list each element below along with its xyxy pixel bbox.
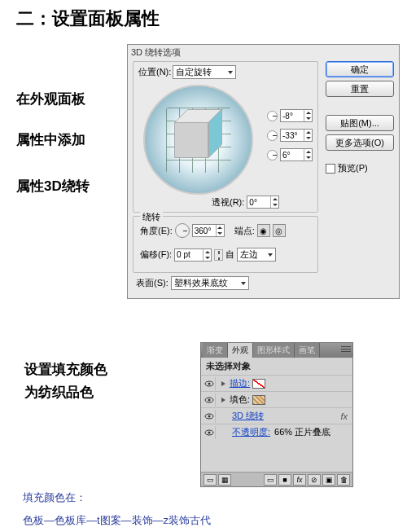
add-fill-icon[interactable]: ■: [278, 474, 291, 486]
surface-select[interactable]: 塑料效果底纹: [171, 276, 249, 290]
x-rotation-icon: [267, 111, 278, 121]
svg-point-3: [208, 398, 210, 401]
3d-revolve-label[interactable]: 3D 绕转: [232, 410, 264, 422]
revolve-group: 绕转 角度(E): 端点: ◉ ◎ 偏移(F):: [133, 216, 318, 273]
visibility-icon[interactable]: [203, 394, 216, 407]
position-label: 位置(N):: [138, 66, 171, 78]
surface-label: 表面(S):: [136, 277, 168, 289]
visibility-icon[interactable]: [203, 426, 216, 439]
x-rotation-input[interactable]: [280, 109, 313, 122]
panel-tabs: 渐变 外观 图形样式 画笔: [201, 343, 352, 358]
tab-gradient[interactable]: 渐变: [203, 343, 228, 358]
dialog-button-column: 确定 重置 贴图(M)... 更多选项(O) 预览(P): [326, 61, 394, 174]
cap-on-button[interactable]: ◉: [257, 224, 270, 237]
duplicate-icon[interactable]: ▣: [322, 474, 335, 486]
map-art-button[interactable]: 贴图(M)...: [326, 115, 394, 131]
angle-input[interactable]: [192, 224, 225, 237]
visibility-icon[interactable]: [203, 410, 216, 423]
footer-line-2: 色板—色板库—t图案—装饰—z装饰古代: [23, 513, 211, 528]
position-select[interactable]: 自定旋转: [173, 65, 236, 79]
offset-input[interactable]: [174, 248, 212, 262]
stroke-row[interactable]: 描边:: [201, 375, 352, 391]
fill-row[interactable]: 填色:: [201, 391, 352, 407]
fill-swatch[interactable]: [252, 395, 265, 405]
desc-line-5: 为纺织品色: [24, 383, 147, 402]
panel-header: 未选择对象: [201, 358, 352, 375]
clear-icon[interactable]: ⊘: [308, 474, 321, 486]
opacity-row[interactable]: 不透明度: 66% 正片叠底: [201, 424, 352, 440]
cap-off-button[interactable]: ◎: [273, 224, 286, 237]
panel-footer: ▭ ▦ ▭ ■ fx ⊘ ▣ 🗑: [201, 472, 352, 486]
tab-brushes[interactable]: 画笔: [295, 343, 320, 358]
delete-icon[interactable]: 🗑: [337, 474, 350, 486]
stroke-label[interactable]: 描边:: [230, 377, 250, 389]
new-art-basic-icon[interactable]: ▭: [204, 474, 217, 486]
link-icon: [214, 249, 223, 261]
rotation-trackball[interactable]: [143, 85, 253, 195]
stroke-swatch[interactable]: [252, 379, 265, 389]
angle-label: 角度(E):: [140, 225, 173, 237]
3d-revolve-dialog: 3D 绕转选项 确定 重置 贴图(M)... 更多选项(O) 预览(P) 位置(…: [127, 44, 400, 299]
page-heading: 二：设置面板属性: [16, 7, 160, 31]
svg-point-5: [208, 415, 210, 417]
preview-label: 预览(P): [338, 162, 368, 174]
reset-button[interactable]: 重置: [326, 81, 394, 97]
svg-point-1: [208, 382, 210, 385]
y-rotation-icon: [267, 130, 278, 141]
fx-badge: fx: [340, 411, 348, 421]
3d-revolve-row[interactable]: 3D 绕转 fx: [201, 407, 352, 424]
desc-line-3: 属性3D绕转: [16, 177, 122, 196]
perspective-label: 透视(R):: [212, 196, 244, 209]
panel-menu-icon[interactable]: [341, 345, 351, 354]
from-label: 自: [225, 248, 234, 261]
angle-dial[interactable]: [175, 223, 190, 238]
y-rotation-input[interactable]: [280, 129, 313, 142]
add-effect-icon[interactable]: fx: [293, 474, 306, 486]
opacity-value: 66% 正片叠底: [274, 426, 330, 438]
tab-appearance[interactable]: 外观: [228, 343, 253, 358]
dialog-title: 3D 绕转选项: [131, 46, 181, 59]
desc-line-4: 设置填充颜色: [24, 360, 147, 379]
desc-line-2: 属性中添加: [16, 130, 122, 149]
from-edge-select[interactable]: 左边: [237, 248, 276, 262]
cap-label: 端点:: [234, 225, 255, 237]
footer-line-1: 填充颜色在：: [23, 490, 86, 505]
fill-label: 填色:: [230, 394, 250, 406]
position-group: 位置(N): 自定旋转: [133, 61, 318, 213]
z-rotation-icon: [267, 150, 278, 160]
svg-point-7: [208, 431, 210, 433]
new-art-styled-icon[interactable]: ▦: [218, 474, 231, 486]
offset-label: 偏移(F):: [140, 248, 172, 261]
tab-graphic-styles[interactable]: 图形样式: [253, 343, 295, 358]
z-rotation-input[interactable]: [280, 148, 313, 161]
visibility-icon[interactable]: [203, 377, 216, 390]
expand-icon[interactable]: [221, 398, 225, 402]
appearance-panel: 渐变 外观 图形样式 画笔 未选择对象 描边: 填色: 3D 绕转 fx: [200, 342, 353, 487]
revolve-group-label: 绕转: [140, 211, 163, 223]
opacity-label[interactable]: 不透明度:: [232, 426, 270, 438]
more-options-button[interactable]: 更多选项(O): [326, 134, 394, 151]
desc-line-1: 在外观面板: [16, 90, 122, 108]
perspective-input[interactable]: [247, 196, 279, 209]
ok-button[interactable]: 确定: [326, 61, 394, 77]
add-stroke-icon[interactable]: ▭: [264, 474, 277, 486]
preview-checkbox[interactable]: [326, 164, 335, 174]
expand-icon[interactable]: [221, 381, 225, 386]
